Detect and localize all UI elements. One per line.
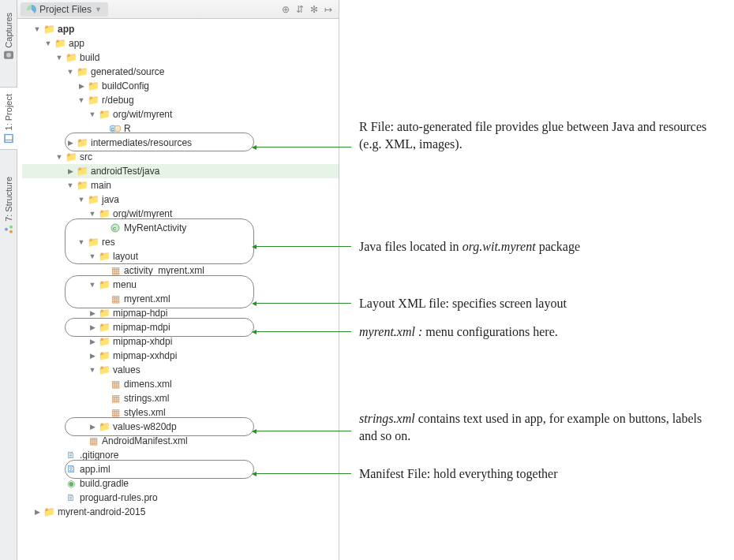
tree-node-menu[interactable]: ▼📁menu [22,278,339,292]
tree-node-styles-xml[interactable]: ▶▦styles.xml [22,405,339,420]
tree-node-values-w820dp[interactable]: ▶📁values-w820dp [22,420,339,434]
tree-node-res[interactable]: ▼📁res [22,235,339,249]
xml-file-icon: ▦ [109,378,122,390]
annotation-manifest: Manifest File: hold everything together [359,465,714,483]
folder-icon: 📁 [76,136,88,149]
tree-node-mipmap-xhdpi[interactable]: ▶📁mipmap-xhdpi [22,334,339,349]
tree-node-gitignore[interactable]: ▶🗎.gitignore [22,448,339,462]
tree-node-r-file[interactable]: ▶cR [22,121,339,136]
tree-node-app-module[interactable]: ▼📁app [22,22,339,36]
text-file-icon: 🗎 [65,491,77,504]
svg-rect-0 [5,134,13,142]
folder-icon: 📁 [54,37,66,50]
tree-node-manifest[interactable]: ▶▦AndroidManifest.xml [22,434,339,448]
tree-node-myrent-xml[interactable]: ▶▦myrent.xml [22,292,339,306]
tree-node-myrent-2015[interactable]: ▶📁myrent-android-2015 [22,505,339,519]
iml-file-icon: 🖺 [65,463,77,476]
tree-node-mipmap-mdpi[interactable]: ▶📁mipmap-mdpi [22,320,339,334]
tree-node-app[interactable]: ▼📁app [22,36,339,50]
folder-icon: 📁 [87,236,99,248]
annotation-java: Java files located in org.wit.myrent pac… [359,238,714,256]
tree-node-dimens-xml[interactable]: ▶▦dimens.xml [22,377,339,391]
file-tree[interactable]: ▼📁app ▼📁app ▼📁build ▼📁generated/source ▶… [17,19,339,522]
java-class-icon: c [109,222,122,234]
tab-project[interactable]: 1: Project [0,87,17,150]
xml-file-icon: ▦ [109,293,122,305]
folder-icon: 📁 [98,108,110,121]
xml-file-icon: ▦ [109,264,122,277]
module-icon: 📁 [43,23,55,35]
svg-point-7 [114,125,121,132]
xml-file-icon: ▦ [109,392,122,405]
project-files-panel: Project Files ▼ ⊕ ⇵ ✻ ↦ ▼📁app ▼📁app ▼📁bu… [17,0,339,560]
collapse-icon[interactable]: ⇵ [296,4,304,15]
tab-structure[interactable]: 7: Structure [0,166,17,245]
svg-text:c: c [111,126,114,132]
package-icon: 📁 [98,207,110,220]
java-class-icon: c [109,122,122,135]
tree-node-intermediates[interactable]: ▶📁intermediates/resources [22,136,339,150]
folder-icon: 📁 [98,250,110,263]
annotation-layout: Layout XML file: specifies screen layout [359,295,714,312]
side-tool-tabs: Captures 1: Project 7: Structure [0,0,17,560]
tree-node-main[interactable]: ▼📁main [22,178,339,192]
hide-icon[interactable]: ↦ [324,4,332,15]
folder-icon: 📁 [98,335,110,348]
xml-file-icon: ▦ [109,406,122,419]
structure-icon [4,224,13,233]
tree-node-proguard[interactable]: ▶🗎proguard-rules.pro [22,491,339,505]
folder-icon: 📁 [76,165,88,177]
camera-icon [4,50,13,58]
svg-point-4 [9,225,13,228]
svg-point-3 [5,227,8,230]
tree-node-strings-xml[interactable]: ▶▦strings.xml [22,391,339,405]
tree-node-rdebug[interactable]: ▼📁r/debug [22,93,339,107]
folder-icon: 📁 [98,349,110,362]
tree-node-org-wit-myrent[interactable]: ▼📁org/wit/myrent [22,207,339,221]
tree-node-layout[interactable]: ▼📁layout [22,249,339,263]
project-files-tab[interactable]: Project Files ▼ [21,2,108,17]
tree-node-androidtest[interactable]: ▶📁androidTest/java [22,164,339,178]
folder-icon: 📁 [76,179,88,192]
folder-icon: 📁 [98,364,110,376]
text-file-icon: 🗎 [65,449,77,461]
tree-node-myrentactivity[interactable]: ▶cMyRentActivity [22,221,339,235]
tree-node-buildconfig[interactable]: ▶📁buildConfig [22,79,339,93]
tree-node-build-gradle[interactable]: ▶◉build.gradle [22,476,339,491]
xml-file-icon: ▦ [87,435,99,447]
tree-node-values[interactable]: ▼📁values [22,363,339,377]
folder-icon: 📁 [87,94,99,106]
annotation-r: R File: auto-generated file provides glu… [359,118,714,154]
folder-icon: 📁 [65,51,77,64]
tree-node-mipmap-xxhdpi[interactable]: ▶📁mipmap-xxhdpi [22,349,339,363]
target-icon[interactable]: ⊕ [282,4,290,15]
gear-icon[interactable]: ✻ [310,4,318,15]
folder-icon: 📁 [76,65,88,78]
annotation-menu: myrent.xml : menu configurations here. [359,323,714,341]
folder-icon: 📁 [98,307,110,319]
folder-icon: 📁 [43,506,55,518]
tab-captures[interactable]: Captures [0,8,17,63]
tree-node-generated-source[interactable]: ▼📁generated/source [22,65,339,79]
tab-label: Project Files [39,4,92,15]
folder-icon: 📁 [98,321,110,334]
tree-node-src[interactable]: ▼📁src [22,150,339,164]
svg-text:c: c [113,225,116,232]
project-icon [4,133,13,143]
chevron-down-icon: ▼ [95,6,102,13]
source-folder-icon: 📁 [87,193,99,206]
tree-node-activity-myrent-xml[interactable]: ▶▦activity_myrent.xml [22,263,339,278]
tree-node-app-iml[interactable]: ▶🖺app.iml [22,462,339,476]
annotation-strings: strings.xml contains text used in app, f… [359,410,714,446]
tree-node-org-wit-myrent-gen[interactable]: ▼📁org/wit/myrent [22,107,339,121]
tree-node-build[interactable]: ▼📁build [22,50,339,65]
tree-node-java[interactable]: ▼📁java [22,192,339,207]
pie-icon [27,5,36,14]
gradle-file-icon: ◉ [65,477,77,490]
folder-icon: 📁 [87,80,99,92]
svg-point-2 [9,230,13,233]
folder-icon: 📁 [65,151,77,163]
folder-icon: 📁 [98,278,110,291]
tree-node-mipmap-hdpi[interactable]: ▶📁mipmap-hdpi [22,306,339,320]
folder-icon: 📁 [98,420,110,433]
